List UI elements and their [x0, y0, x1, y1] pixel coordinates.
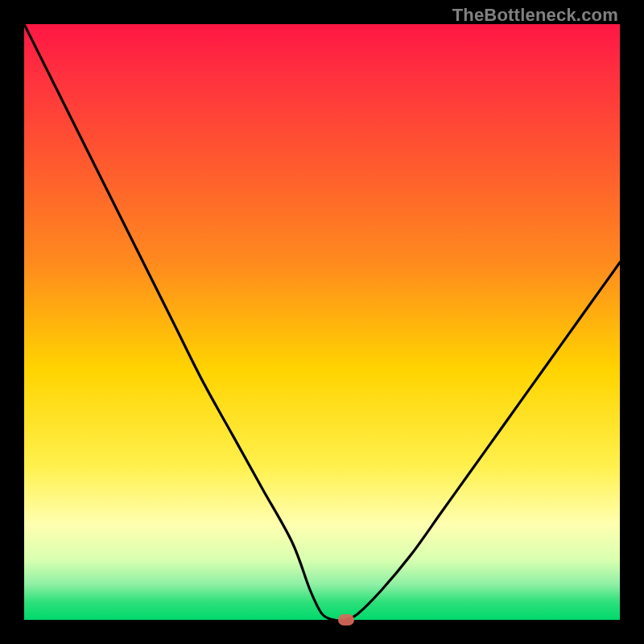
optimal-point-marker: [338, 614, 354, 625]
bottleneck-curve: [24, 24, 620, 620]
chart-frame: TheBottleneck.com: [0, 0, 644, 644]
attribution-text: TheBottleneck.com: [452, 5, 618, 26]
plot-area: [24, 24, 620, 620]
